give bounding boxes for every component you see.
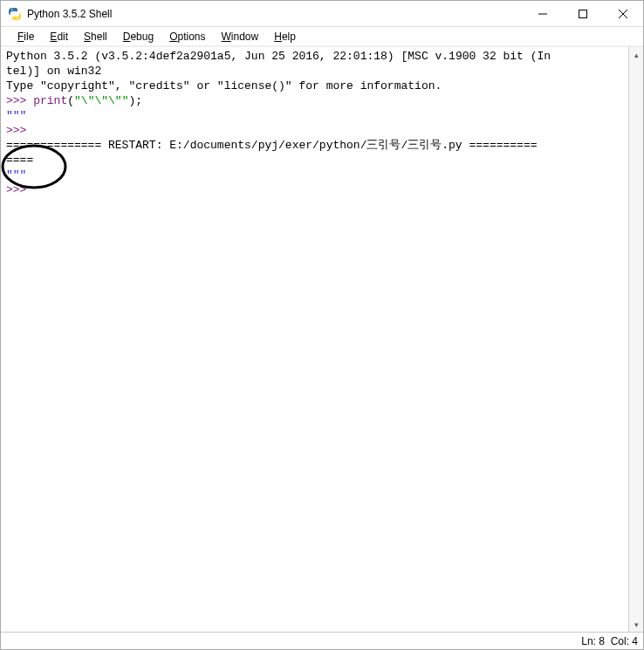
menu-options[interactable]: Options bbox=[161, 29, 213, 44]
scroll-up-icon[interactable]: ▴ bbox=[629, 47, 643, 62]
svg-point-2 bbox=[17, 17, 18, 19]
output-line: """ bbox=[6, 109, 26, 122]
status-ln-label: Ln: bbox=[581, 635, 596, 647]
menu-shell[interactable]: Shell bbox=[76, 29, 115, 44]
status-ln-value: 8 bbox=[599, 635, 605, 647]
output-line: """ bbox=[6, 168, 26, 181]
paren-close: ); bbox=[128, 94, 142, 107]
content-wrap: Python 3.5.2 (v3.5.2:4def2a2901a5, Jun 2… bbox=[1, 46, 643, 632]
menu-edit[interactable]: Edit bbox=[42, 29, 76, 44]
prompt: >>> bbox=[6, 124, 33, 137]
scroll-down-icon[interactable]: ▾ bbox=[629, 617, 643, 632]
banner-line-2: tel)] on win32 bbox=[6, 65, 101, 78]
svg-point-1 bbox=[11, 9, 13, 10]
menubar: File Edit Shell Debug Options Window Hel… bbox=[1, 27, 643, 46]
banner-line-1: Python 3.5.2 (v3.5.2:4def2a2901a5, Jun 2… bbox=[6, 50, 551, 63]
restart-banner-1: ============== RESTART: E:/documents/pyj… bbox=[6, 139, 538, 152]
menu-file[interactable]: File bbox=[10, 29, 42, 44]
menu-help[interactable]: Help bbox=[266, 29, 304, 44]
python-icon bbox=[8, 7, 22, 21]
menu-window[interactable]: Window bbox=[214, 29, 267, 44]
maximize-button[interactable] bbox=[563, 1, 603, 27]
svg-rect-4 bbox=[579, 10, 587, 17]
window-title: Python 3.5.2 Shell bbox=[27, 8, 112, 20]
shell-text-area[interactable]: Python 3.5.2 (v3.5.2:4def2a2901a5, Jun 2… bbox=[1, 47, 628, 632]
minimize-button[interactable] bbox=[523, 1, 563, 27]
keyword-print: print bbox=[33, 94, 67, 107]
statusbar: Ln: 8 Col: 4 bbox=[1, 632, 643, 649]
prompt: >>> bbox=[6, 183, 33, 196]
status-col-value: 4 bbox=[632, 635, 638, 647]
menu-debug[interactable]: Debug bbox=[115, 29, 161, 44]
paren-open: ( bbox=[67, 94, 74, 107]
scroll-track[interactable] bbox=[629, 62, 643, 617]
status-col-label: Col: bbox=[611, 635, 629, 647]
prompt: >>> bbox=[6, 94, 33, 107]
close-button[interactable] bbox=[603, 1, 643, 27]
restart-banner-2: ==== bbox=[6, 154, 33, 167]
string-literal: "\"\"\"" bbox=[74, 94, 128, 107]
titlebar[interactable]: Python 3.5.2 Shell bbox=[1, 1, 643, 27]
banner-line-3: Type "copyright", "credits" or "license(… bbox=[6, 79, 442, 92]
vertical-scrollbar[interactable]: ▴ ▾ bbox=[628, 47, 643, 632]
